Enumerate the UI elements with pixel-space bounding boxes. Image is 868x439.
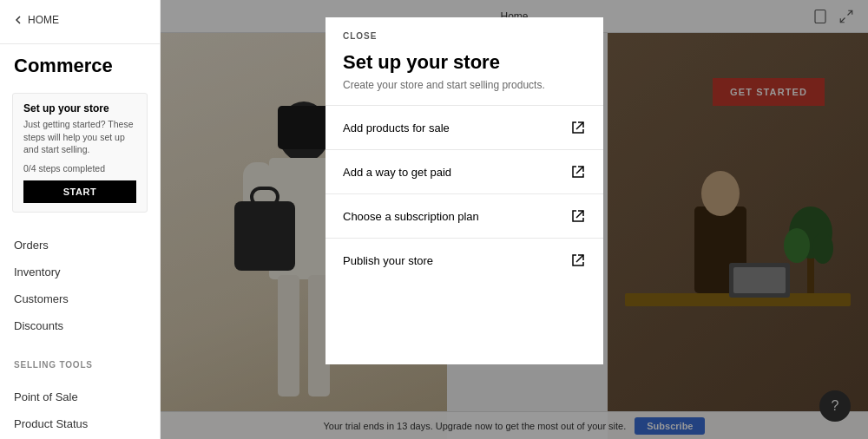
external-link-icon-3 (570, 208, 586, 224)
home-link-label: HOME (28, 14, 59, 26)
start-button[interactable]: START (23, 180, 136, 203)
setup-modal: CLOSE Set up your store Create your stor… (326, 17, 603, 364)
sidebar-item-customers[interactable]: Customers (0, 285, 160, 312)
modal-item-subscription[interactable]: Choose a subscription plan (326, 193, 603, 238)
setup-progress: 0/4 steps completed (23, 163, 136, 174)
modal-item-publish-label: Publish your store (343, 254, 433, 267)
external-link-icon-4 (570, 252, 586, 268)
setup-box-title: Set up your store (23, 102, 136, 115)
modal-item-add-payment-label: Add a way to get paid (343, 166, 451, 179)
sidebar-item-point-of-sale[interactable]: Point of Sale (0, 383, 160, 410)
external-link-icon-1 (570, 120, 586, 135)
modal-item-subscription-label: Choose a subscription plan (343, 210, 479, 223)
setup-box-desc: Just getting started? These steps will h… (23, 118, 136, 156)
modal-item-add-products-label: Add products for sale (343, 121, 450, 134)
modal-title: Set up your store (326, 48, 603, 77)
sidebar-title: Commerce (0, 44, 160, 84)
modal-item-add-products[interactable]: Add products for sale (326, 105, 603, 149)
sidebar-item-inventory[interactable]: Inventory (0, 259, 160, 285)
sidebar-item-product-status[interactable]: Product Status (0, 410, 160, 437)
home-link[interactable]: HOME (14, 14, 146, 26)
sidebar: HOME Commerce Set up your store Just get… (0, 0, 161, 439)
modal-item-publish[interactable]: Publish your store (326, 238, 603, 282)
external-link-icon-2 (570, 164, 586, 180)
modal-close-button[interactable]: CLOSE (326, 17, 603, 48)
sidebar-item-orders[interactable]: Orders (0, 232, 160, 259)
setup-box: Set up your store Just getting started? … (12, 93, 148, 213)
nav-items: Orders Inventory Customers Discounts (0, 221, 160, 350)
selling-tools-items: Point of Sale Product Status Waitlists (0, 373, 160, 439)
selling-tools-label: SELLING TOOLS (0, 350, 160, 373)
modal-item-add-payment[interactable]: Add a way to get paid (326, 149, 603, 193)
modal-subtitle: Create your store and start selling prod… (326, 77, 603, 105)
sidebar-item-discounts[interactable]: Discounts (0, 312, 160, 339)
